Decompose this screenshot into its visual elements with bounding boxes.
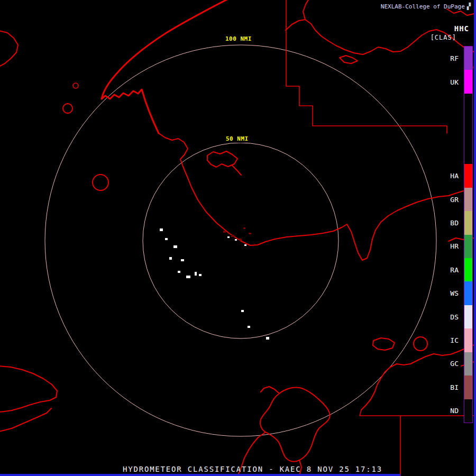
echo-patch [173,245,177,248]
echo-patch [227,236,230,238]
legend-swatch-ra [464,258,472,281]
map-lake-circle [63,104,72,113]
product-code: HHC [454,24,469,33]
legend-swatch-bd [464,211,472,234]
coastline-central [159,133,463,260]
legend-swatch-uk [464,70,472,93]
legend-swatch-nd [464,399,472,423]
echo-patch [244,244,246,246]
map-lake-circle [73,83,78,88]
echo-patch [178,271,180,273]
legend-swatch-ic [464,328,472,352]
coastline-northwest [102,0,229,133]
radar-map [0,0,476,476]
echo-patch [199,274,202,276]
boundary-northeast [286,0,447,133]
legend-label-ic: IC [450,336,459,344]
legend-swatch-ds [464,305,472,328]
echo-patch [195,272,197,276]
legend-swatch-ws [464,281,472,305]
right-frame-bar [474,0,476,476]
map-lake-circle [93,175,108,190]
range-ring-label-100: 100 NMI [224,35,253,43]
radar-display: 100 NMI 50 NMI NEXLAB-College of DuPage … [0,0,476,476]
legend-label-hr: HR [450,242,459,250]
legend-colorbar [464,46,473,423]
legend-swatch-blank [464,141,472,164]
legend-label-gc: GC [450,360,459,368]
legend-label-ws: WS [450,289,459,297]
echo-patch [160,228,163,231]
legend-swatch-hr [464,235,472,258]
status-text: HYDROMETEOR CLASSIFICATION - KAEC 8 NOV … [123,465,382,473]
echo-patch [266,337,269,340]
radar-echoes [160,227,269,340]
legend-swatch-blank [464,117,472,140]
echo-patch [248,326,250,328]
legend-label-gr: GR [450,195,459,203]
map-lake-circle [414,337,427,351]
echo-patch [239,239,242,241]
legend-swatch-rf [464,47,472,70]
echo-patch [181,259,184,261]
product-mode: [CLAS] [431,34,456,41]
bottom-frame-bar [0,474,400,476]
range-ring-label-50: 50 NMI [224,135,250,143]
echo-patch [169,257,172,260]
coastline-northwest-corner [0,31,18,67]
coastline-southwest [0,366,57,432]
legend-swatch-gr [464,188,472,211]
echo-patch [165,238,168,240]
legend-label-ha: HA [450,172,459,180]
legend-label-bd: BD [450,219,459,227]
header: NEXLAB-College of DuPage ▞ [381,3,471,10]
source-title: NEXLAB-College of DuPage [381,3,465,10]
echo-patch [241,310,244,312]
echo-patch [235,239,237,241]
echo-patch [243,227,245,229]
legend-label-uk: UK [450,78,459,86]
echo-patch [231,235,234,237]
legend-label-bi: BI [450,383,459,391]
map-outlines [0,0,476,476]
echo-patch [186,276,190,278]
coastline-southeast [361,338,476,410]
legend-label-rf: RF [450,54,459,62]
legend-swatch-blank [464,94,472,117]
echo-patch [223,231,226,233]
legend-label-nd: ND [450,407,459,415]
legend-swatch-bi [464,376,472,399]
legend-swatch-gc [464,352,472,376]
legend-swatch-ha [464,164,472,187]
legend-label-ds: DS [450,313,459,321]
echo-patch [249,233,251,234]
legend-label-ra: RA [450,266,459,273]
island-central [207,151,241,175]
status-bar: HYDROMETEOR CLASSIFICATION - KAEC 8 NOV … [123,465,382,473]
cod-logo-icon: ▞ [467,3,471,10]
